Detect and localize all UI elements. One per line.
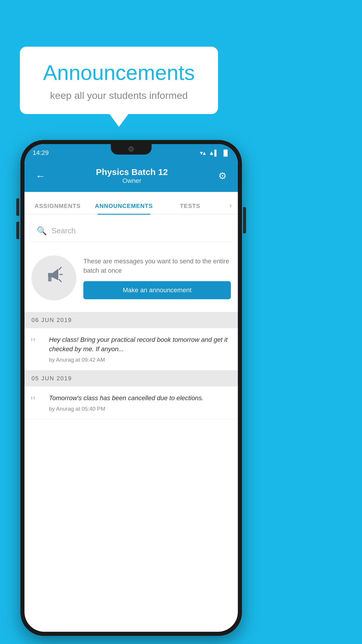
signal-icon: ▲▌ [209,150,219,156]
speech-bubble: Announcements keep all your students inf… [20,47,218,114]
announcement-meta-1: by Anurag at 09:42 AM [49,357,232,363]
bubble-subtitle: keep all your students informed [34,90,203,101]
quote-icon-2: " [30,395,43,407]
promo-icon-circle [31,256,76,300]
announcement-text-area-2: Tomorrow's class has been cancelled due … [49,393,203,412]
tab-announcements[interactable]: ANNOUNCEMENTS [91,203,157,214]
phone-screen: 14:29 ▾▴ ▲▌ ▐▌ ← Physics Batch 12 Owner … [24,144,238,632]
search-bar[interactable]: 🔍 Search [30,220,233,242]
phone-notch [111,144,152,155]
date-header-1: 06 JUN 2019 [24,312,238,328]
bubble-title: Announcements [34,61,203,85]
announcement-item-2[interactable]: " Tomorrow's class has been cancelled du… [24,386,238,419]
tab-tests[interactable]: TESTS [157,203,223,214]
phone-outer: 14:29 ▾▴ ▲▌ ▐▌ ← Physics Batch 12 Owner … [20,140,242,636]
phone-wrapper: 14:29 ▾▴ ▲▌ ▐▌ ← Physics Batch 12 Owner … [20,140,242,636]
app-bar: ← Physics Batch 12 Owner ⚙ [24,160,238,192]
front-camera [129,146,134,152]
wifi-icon: ▾▴ [200,149,206,156]
volume-down-button[interactable] [16,222,19,239]
svg-rect-0 [48,277,52,281]
tab-more[interactable]: › [223,202,238,214]
announcement-item-1[interactable]: " Hey class! Bring your practical record… [24,328,238,370]
screen-content: 🔍 Search [24,215,238,632]
svg-line-3 [59,279,61,282]
back-button[interactable]: ← [33,167,48,185]
app-bar-subtitle: Owner [96,177,168,185]
app-bar-title-area: Physics Batch 12 Owner [96,167,168,185]
power-button[interactable] [243,207,246,233]
promo-block: These are messages you want to send to t… [24,247,238,309]
settings-button[interactable]: ⚙ [215,167,230,184]
announcement-text-area-1: Hey class! Bring your practical record b… [49,335,232,363]
megaphone-icon [42,264,66,292]
announcement-text-2: Tomorrow's class has been cancelled due … [49,393,203,403]
tab-bar: ASSIGNMENTS ANNOUNCEMENTS TESTS › [24,192,238,215]
volume-up-button[interactable] [16,198,19,216]
search-icon: 🔍 [37,226,47,236]
quote-icon: " [30,336,43,349]
battery-icon: ▐▌ [222,150,230,156]
announcement-text-1: Hey class! Bring your practical record b… [49,335,232,354]
make-announcement-button[interactable]: Make an announcement [83,281,231,299]
tab-assignments[interactable]: ASSIGNMENTS [24,203,91,214]
date-header-2: 05 JUN 2019 [24,370,238,386]
svg-line-1 [59,267,61,270]
promo-description: These are messages you want to send to t… [83,257,231,275]
status-icons: ▾▴ ▲▌ ▐▌ [200,149,230,156]
promo-text-area: These are messages you want to send to t… [83,257,231,299]
search-placeholder: Search [52,226,75,235]
status-time: 14:29 [33,149,49,157]
announcement-meta-2: by Anurag at 05:40 PM [49,406,203,412]
app-bar-title: Physics Batch 12 [96,167,168,177]
